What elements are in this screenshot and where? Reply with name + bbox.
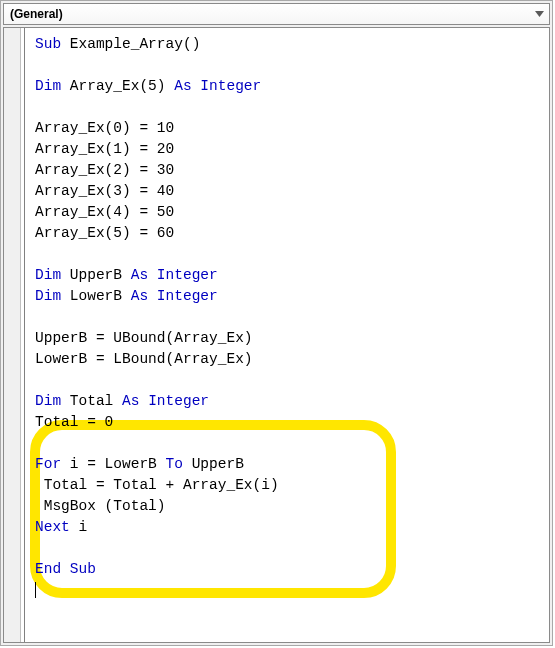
code-text: Array_Ex(5) bbox=[61, 78, 174, 94]
keyword: To bbox=[166, 456, 183, 472]
keyword: Dim bbox=[35, 288, 61, 304]
scope-dropdown[interactable]: (General) bbox=[3, 3, 550, 25]
keyword: Next bbox=[35, 519, 70, 535]
keyword: Dim bbox=[35, 78, 61, 94]
text-cursor bbox=[35, 582, 36, 598]
code-text: i = LowerB bbox=[61, 456, 165, 472]
code-text: Total bbox=[61, 393, 122, 409]
code-text: i bbox=[70, 519, 87, 535]
code-text: Array_Ex(0) = 10 bbox=[35, 120, 174, 136]
code-text: UpperB bbox=[183, 456, 244, 472]
code-text: Total = 0 bbox=[35, 414, 113, 430]
code-text: LowerB bbox=[61, 288, 131, 304]
code-text: UpperB = UBound(Array_Ex) bbox=[35, 330, 253, 346]
keyword: Dim bbox=[35, 393, 61, 409]
code-text: MsgBox (Total) bbox=[35, 498, 166, 514]
code-text: Example_Array() bbox=[61, 36, 200, 52]
code-text: Array_Ex(5) = 60 bbox=[35, 225, 174, 241]
editor-window: (General) Sub Example_Array() Dim Array_… bbox=[0, 0, 553, 646]
keyword: As Integer bbox=[131, 288, 218, 304]
keyword: Dim bbox=[35, 267, 61, 283]
keyword: For bbox=[35, 456, 61, 472]
code-text: Total = Total + Array_Ex(i) bbox=[35, 477, 279, 493]
code-text: LowerB = LBound(Array_Ex) bbox=[35, 351, 253, 367]
code-text: Array_Ex(2) = 30 bbox=[35, 162, 174, 178]
keyword: End Sub bbox=[35, 561, 96, 577]
keyword: As Integer bbox=[131, 267, 218, 283]
code-editor[interactable]: Sub Example_Array() Dim Array_Ex(5) As I… bbox=[3, 27, 550, 643]
keyword: As Integer bbox=[174, 78, 261, 94]
keyword: As Integer bbox=[122, 393, 209, 409]
code-text: Array_Ex(4) = 50 bbox=[35, 204, 174, 220]
code-text: UpperB bbox=[61, 267, 131, 283]
code-text: Array_Ex(1) = 20 bbox=[35, 141, 174, 157]
margin-gutter bbox=[4, 28, 21, 642]
code-text: Array_Ex(3) = 40 bbox=[35, 183, 174, 199]
code-content[interactable]: Sub Example_Array() Dim Array_Ex(5) As I… bbox=[25, 28, 549, 642]
scope-dropdown-value: (General) bbox=[10, 7, 63, 21]
chevron-down-icon bbox=[530, 5, 548, 23]
keyword: Sub bbox=[35, 36, 61, 52]
